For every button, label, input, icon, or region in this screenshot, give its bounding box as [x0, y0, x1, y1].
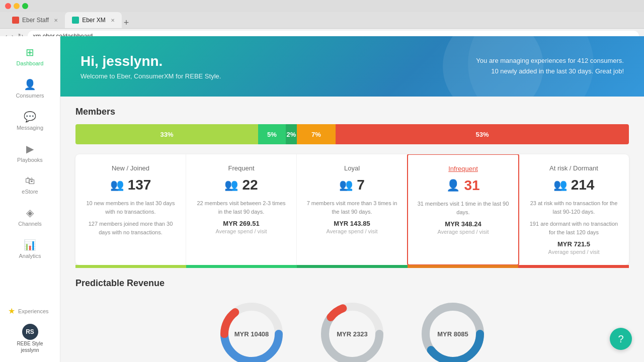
member-count-new-joined: 👥 137: [84, 177, 178, 193]
member-card-loyal[interactable]: Loyal 👥 7 7 members visit more than 3 ti…: [297, 154, 408, 265]
sidebar-item-dashboard[interactable]: ⊞ Dashboard: [0, 41, 60, 71]
sidebar-user-brand[interactable]: RS REBE Style jesslynn: [4, 320, 56, 357]
browser-chrome: Eber Staff ✕ Eber XM ✕ + ‹ › ↻: [0, 0, 644, 36]
tab-favicon-eber-staff: [12, 17, 19, 24]
members-section: Members 33% 5% 2% 7% 5: [75, 107, 629, 268]
sidebar-label-dashboard: Dashboard: [17, 60, 44, 66]
desc2-new-joined: 127 members joined more than 30 days wit…: [84, 220, 178, 236]
bb-frequent: [186, 265, 297, 268]
sidebar-item-messaging[interactable]: 💬 Messaging: [0, 106, 60, 136]
help-button[interactable]: ?: [610, 328, 632, 350]
spend-at-risk: MYR 721.5: [527, 240, 621, 248]
traffic-lights: [5, 3, 28, 9]
new-tab-button[interactable]: +: [124, 18, 129, 28]
member-card-at-risk[interactable]: At risk / Dormant 👥 214 23 at risk with …: [519, 154, 629, 265]
member-count-loyal: 👥 7: [305, 177, 399, 193]
desc1-new-joined: 10 new members in the last 30 days with …: [84, 199, 178, 216]
sidebar-item-estore[interactable]: 🛍 eStore: [0, 170, 60, 200]
playbooks-icon: ▶: [26, 143, 34, 155]
member-count-infrequent: 👤 31: [416, 177, 510, 194]
members-cards-wrapper: New / Joined 👥 137 10 new members in the…: [75, 154, 629, 268]
tab-eber-xm[interactable]: Eber XM ✕: [65, 12, 122, 28]
members-icon-frequent: 👥: [224, 178, 238, 192]
bar-at-risk: 53%: [336, 124, 629, 144]
spend-frequent: MYR 269.51: [194, 220, 288, 227]
sidebar-label-playbooks: Playbooks: [17, 157, 43, 163]
count-frequent: 22: [242, 177, 258, 193]
member-card-title-infrequent[interactable]: Infrequent: [416, 165, 510, 172]
donut-2: MYR 2323: [317, 299, 387, 362]
hero-greeting: Hi, jesslynn. Welcome to Eber, ConsumerX…: [80, 53, 221, 80]
bb-loyal: [297, 265, 408, 268]
revenue-title: Predictable Revenue: [75, 278, 629, 289]
member-card-new-joined[interactable]: New / Joined 👥 137 10 new members in the…: [75, 154, 186, 265]
sidebar-bottom: ★ Experiences RS REBE Style jesslynn: [0, 302, 60, 357]
sidebar-item-playbooks[interactable]: ▶ Playbooks: [0, 138, 60, 168]
desc1-frequent: 22 members visit between 2-3 times in th…: [194, 199, 288, 216]
sidebar-item-channels[interactable]: ◈ Channels: [0, 202, 60, 232]
dashboard-icon: ⊞: [26, 46, 34, 58]
brand-name: REBE Style: [17, 341, 43, 346]
member-count-frequent: 👥 22: [194, 177, 288, 193]
count-infrequent: 31: [464, 177, 479, 194]
members-grid: New / Joined 👥 137 10 new members in the…: [75, 154, 629, 265]
tab-close-eber-xm[interactable]: ✕: [111, 18, 115, 23]
spend-label-loyal: Average spend / visit: [305, 228, 399, 234]
messaging-icon: 💬: [24, 111, 36, 123]
member-card-frequent[interactable]: Frequent 👥 22 22 members visit between 2…: [186, 154, 297, 265]
minimize-traffic-light[interactable]: [14, 3, 20, 9]
revenue-charts: MYR 10408 MYR 2323: [75, 299, 629, 362]
member-card-infrequent[interactable]: Infrequent 👤 31 31 members visit 1 time …: [407, 154, 519, 265]
estore-icon: 🛍: [25, 175, 35, 187]
fullscreen-traffic-light[interactable]: [22, 3, 28, 9]
sidebar-label-channels: Channels: [18, 221, 41, 227]
member-card-title-new-joined: New / Joined: [84, 164, 178, 172]
sidebar-label-messaging: Messaging: [17, 125, 43, 131]
sidebar-label-analytics: Analytics: [19, 253, 41, 259]
tab-close-eber-staff[interactable]: ✕: [54, 18, 58, 23]
sidebar-item-experiences[interactable]: ★ Experiences: [4, 302, 56, 320]
bar-infrequent: 7%: [297, 124, 336, 144]
spend-infrequent: MYR 348.24: [416, 220, 510, 228]
bar-frequent: 5%: [258, 124, 286, 144]
close-traffic-light[interactable]: [5, 3, 11, 9]
members-icon-at-risk: 👥: [553, 178, 567, 192]
sidebar-label-experiences: Experiences: [18, 308, 49, 314]
bb-new-joined: [75, 265, 186, 268]
desc1-infrequent: 31 members visit 1 time in the last 90 d…: [416, 200, 510, 216]
content-area: Members 33% 5% 2% 7% 5: [60, 97, 644, 362]
sidebar-item-consumers[interactable]: 👤 Consumers: [0, 73, 60, 104]
spend-label-infrequent: Average spend / visit: [416, 229, 510, 235]
members-bar: 33% 5% 2% 7% 53%: [75, 124, 629, 144]
sidebar-label-estore: eStore: [22, 189, 38, 195]
count-loyal: 7: [357, 177, 365, 193]
members-icon-loyal: 👥: [339, 178, 353, 192]
greeting-text: Hi, jesslynn.: [80, 53, 221, 69]
consumers-icon: 👤: [24, 78, 36, 90]
revenue-chart-2: MYR 2323: [317, 299, 387, 362]
member-card-title-frequent: Frequent: [194, 164, 288, 172]
spend-loyal: MYR 143.85: [305, 220, 399, 227]
sidebar-item-analytics[interactable]: 📊 Analytics: [0, 234, 60, 264]
desc2-at-risk: 191 are dormant with no transaction for …: [527, 220, 621, 236]
channels-icon: ◈: [26, 207, 34, 219]
tab-favicon-eber-xm: [72, 17, 79, 24]
bar-new-joined: 33%: [75, 124, 258, 144]
revenue-chart-3: MYR 8085: [418, 299, 488, 362]
tabs-bar: Eber Staff ✕ Eber XM ✕ +: [0, 12, 644, 28]
star-icon: ★: [8, 306, 15, 316]
donut-3: MYR 8085: [418, 299, 488, 362]
sidebar: ⊞ Dashboard 👤 Consumers 💬 Messaging ▶ Pl…: [0, 36, 60, 362]
members-title: Members: [75, 107, 629, 117]
desc1-loyal: 7 members visit more than 3 times in the…: [305, 199, 399, 216]
revenue-section: Predictable Revenue MYR 10408: [75, 278, 629, 362]
donut-label-1: MYR 10408: [234, 330, 269, 338]
username: jesslynn: [21, 347, 39, 353]
tab-eber-staff[interactable]: Eber Staff ✕: [5, 12, 65, 28]
spend-label-at-risk: Average spend / visit: [527, 249, 621, 255]
donut-label-2: MYR 2323: [337, 330, 367, 338]
hero-stats: You are managing experiences for 412 con…: [476, 56, 624, 77]
analytics-icon: 📊: [24, 239, 36, 251]
revenue-chart-1: MYR 10408: [216, 299, 287, 362]
hero-banner: Hi, jesslynn. Welcome to Eber, ConsumerX…: [60, 36, 644, 97]
